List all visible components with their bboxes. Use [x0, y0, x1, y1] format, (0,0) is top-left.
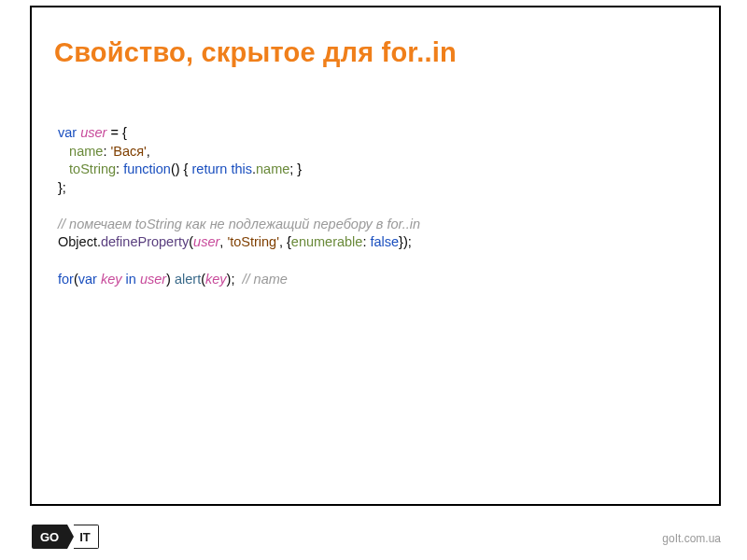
code-text: ): [166, 272, 175, 287]
identifier-user: user: [140, 272, 166, 287]
function-alert: alert: [175, 272, 201, 287]
property-name-ref: name: [256, 161, 289, 176]
property-tostring: toString: [69, 161, 116, 176]
string-literal: 'Вася': [110, 144, 146, 159]
identifier-user: user: [193, 234, 219, 249]
keyword-in: in: [126, 272, 136, 287]
code-text: ,: [147, 144, 150, 159]
keyword-for: for: [58, 272, 74, 287]
method-defineproperty: defineProperty: [101, 234, 189, 249]
code-comment: // помечаем toString как не подлежащий п…: [58, 217, 420, 231]
code-text: });: [399, 234, 412, 249]
slide-title: Свойство, скрытое для for..in: [32, 7, 719, 68]
slide: Свойство, скрытое для for..in var user =…: [0, 0, 747, 560]
property-enumerable: enumerable: [291, 234, 363, 249]
code-text: :: [116, 161, 123, 176]
string-literal: 'toString': [227, 234, 279, 249]
footer: GO IT goIt.com.ua: [0, 519, 747, 549]
keyword-function: function: [123, 161, 171, 176]
code-text: () {: [171, 161, 192, 176]
keyword-false: false: [370, 234, 399, 249]
keyword-this: this: [231, 161, 252, 176]
slide-frame: Свойство, скрытое для for..in var user =…: [30, 6, 721, 506]
logo-go-part: GO: [32, 525, 67, 549]
logo: GO IT: [32, 525, 99, 549]
code-text: };: [58, 180, 66, 195]
identifier-key: key: [101, 272, 122, 287]
object-global: Object: [58, 234, 97, 249]
code-text: , {: [279, 234, 291, 249]
code-comment-inline: // name: [243, 272, 288, 287]
code-block: var user = { name: 'Вася', toString: fun…: [32, 68, 719, 288]
identifier-user: user: [80, 125, 106, 140]
keyword-var: var: [58, 125, 77, 140]
keyword-return: return: [192, 161, 228, 176]
logo-it-part: IT: [74, 525, 99, 549]
keyword-var: var: [78, 272, 97, 287]
code-text: ; }: [289, 161, 302, 176]
code-text: = {: [106, 125, 126, 140]
property-name: name: [69, 144, 103, 159]
code-text: [234, 272, 242, 287]
site-url: goIt.com.ua: [662, 532, 721, 545]
identifier-key: key: [205, 272, 227, 287]
